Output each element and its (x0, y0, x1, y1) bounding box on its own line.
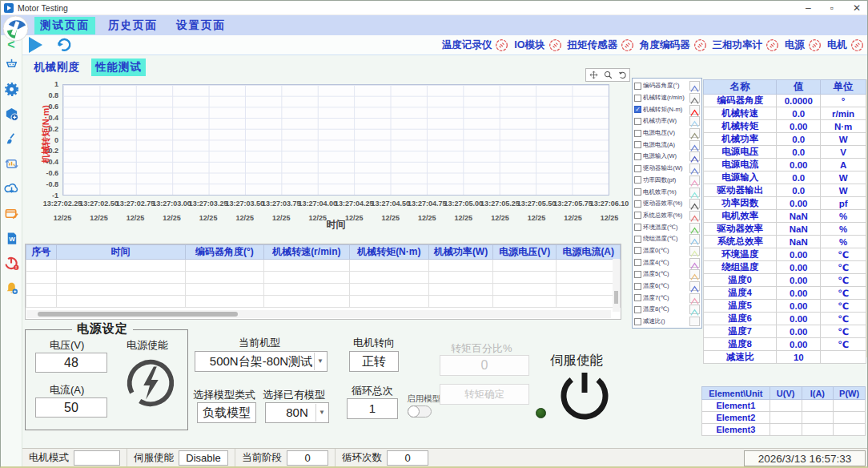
series-checkbox[interactable] (634, 236, 641, 243)
series-checkbox[interactable] (634, 294, 641, 301)
legend-item[interactable]: 机械转速(r/min) (634, 92, 700, 104)
word-doc-icon[interactable]: W (4, 231, 19, 246)
tab-settings-page[interactable]: 设置页面 (171, 17, 231, 34)
play-icon[interactable] (29, 37, 42, 53)
series-line-preview (689, 128, 700, 138)
torque-chart: 机械转矩(N·m) 10.80.60.40.20-0.2-0.4-0.6-0.8… (25, 77, 624, 236)
series-checkbox[interactable] (634, 176, 641, 184)
legend-item[interactable]: 减速比() (634, 316, 700, 328)
enable-model-toggle[interactable] (408, 405, 432, 418)
tab-history-page[interactable]: 历史页面 (102, 17, 163, 34)
series-checkbox[interactable] (634, 283, 641, 290)
motor-direction-box[interactable]: 正转 (349, 351, 399, 372)
legend-item[interactable]: 温度7(℃) (634, 292, 700, 304)
reset-icon[interactable] (618, 71, 627, 79)
series-checkbox[interactable]: ✓ (634, 106, 641, 113)
record-header-cell: 电源电压(V) (493, 245, 557, 260)
maximize-button[interactable]: ▫ (830, 1, 834, 15)
series-checkbox[interactable] (634, 318, 641, 325)
pan-icon[interactable] (589, 71, 598, 79)
chart-plot-area[interactable] (62, 84, 609, 196)
series-checkbox[interactable] (634, 247, 641, 254)
values-cell: ℃ (821, 261, 866, 274)
record-cell (349, 296, 429, 308)
chevron-down-icon[interactable]: ▼ (315, 404, 328, 422)
servo-power-button[interactable] (555, 366, 614, 426)
legend-item[interactable]: 系统总效率(%) (634, 210, 700, 222)
element-cell (770, 400, 802, 412)
series-checkbox[interactable] (634, 118, 641, 125)
legend-item[interactable]: 温度8(℃) (634, 304, 700, 316)
connector-icon[interactable] (4, 57, 19, 72)
power-alert-icon[interactable]: ! (4, 256, 19, 271)
exist-model-dropdown[interactable]: 80N ▼ (265, 402, 329, 423)
vertical-scrollbar[interactable] (613, 259, 620, 312)
values-cell: 0.00 (777, 287, 821, 300)
link-broken-icon (495, 38, 508, 52)
power-enable-button[interactable] (123, 356, 178, 410)
series-checkbox[interactable] (634, 83, 641, 90)
series-checkbox[interactable] (634, 306, 641, 313)
series-checkbox[interactable] (634, 188, 641, 196)
cloud-download-icon[interactable] (4, 181, 19, 196)
torque-confirm-button[interactable]: 转矩确定 (440, 384, 529, 405)
chart-loop-icon[interactable] (4, 156, 19, 171)
voltage-input[interactable]: 48 (35, 353, 107, 373)
series-checkbox[interactable] (634, 212, 641, 219)
y-tick-label: 0.4 (28, 114, 58, 122)
toggle-knob[interactable] (408, 405, 420, 418)
bell-icon[interactable] (4, 280, 19, 296)
legend-item[interactable]: 绕组温度(℃) (634, 233, 700, 245)
legend-item[interactable]: 电机效率(%) (634, 186, 700, 198)
cycle-total-input[interactable]: 1 (347, 398, 398, 419)
tab-mechanical-stiffness[interactable]: 机械刚度 (30, 58, 84, 76)
torque-percent-input[interactable]: 0 (440, 355, 529, 376)
series-checkbox[interactable] (634, 271, 641, 278)
series-checkbox[interactable] (634, 95, 641, 102)
card-edit-icon[interactable] (4, 206, 19, 221)
legend-item[interactable]: 电源电流(A) (634, 139, 700, 151)
hexagon-add-icon[interactable] (4, 107, 19, 122)
series-line-preview (689, 176, 700, 185)
tab-test-page[interactable]: 测试页面 (34, 17, 95, 34)
model-type-box[interactable]: 负载模型 (197, 402, 256, 423)
legend-item[interactable]: 环境温度(℃) (634, 221, 700, 233)
values-cell: 电源电压 (704, 146, 777, 159)
legend-item[interactable]: 编码器角度(°) (634, 80, 700, 92)
chevron-down-icon[interactable]: ▼ (314, 353, 326, 370)
legend-item[interactable]: 机械功率(W) (634, 115, 700, 127)
series-checkbox[interactable] (634, 130, 641, 137)
device-label: IO模块 (514, 38, 545, 52)
legend-item[interactable]: ✓机械转矩(N-m) (634, 103, 700, 115)
series-line-preview (689, 199, 700, 208)
close-button[interactable]: ✕ (853, 1, 861, 15)
series-checkbox[interactable] (634, 153, 641, 160)
legend-item[interactable]: 温度6(℃) (634, 280, 700, 292)
legend-item[interactable]: 温度0(℃) (634, 245, 700, 257)
zoom-icon[interactable] (604, 71, 613, 79)
broom-icon[interactable] (4, 131, 19, 147)
series-line-preview (689, 258, 700, 268)
gear-icon[interactable] (4, 82, 19, 97)
series-checkbox[interactable] (634, 165, 641, 172)
minimize-button[interactable]: – (806, 1, 811, 15)
current-model-dropdown[interactable]: 500N台架-80N测试 ▼ (195, 351, 328, 372)
legend-item[interactable]: 温度4(℃) (634, 256, 700, 268)
series-checkbox[interactable] (634, 141, 641, 148)
tab-performance-test[interactable]: 性能测试 (91, 58, 146, 76)
legend-item[interactable]: 电源输入(W) (634, 151, 700, 163)
series-checkbox[interactable] (634, 200, 641, 208)
series-checkbox[interactable] (634, 259, 641, 266)
current-input[interactable]: 50 (35, 397, 107, 418)
horizontal-scrollbar[interactable] (26, 310, 611, 318)
series-checkbox[interactable] (634, 224, 641, 231)
x-tick-time: 13:27:03.25 (189, 200, 228, 208)
legend-item[interactable]: 驱动器输出(W) (634, 163, 700, 175)
legend-item[interactable]: 驱动器效率(%) (634, 198, 700, 210)
legend-item[interactable]: 电源电压(V) (634, 127, 700, 139)
legend-item[interactable]: 功率因数(pf) (634, 175, 700, 187)
refresh-icon[interactable] (55, 36, 73, 54)
record-header-cell: 机械功率(W) (429, 245, 493, 260)
y-tick-label: -0.8 (28, 180, 58, 188)
legend-item[interactable]: 温度5(℃) (634, 268, 700, 280)
